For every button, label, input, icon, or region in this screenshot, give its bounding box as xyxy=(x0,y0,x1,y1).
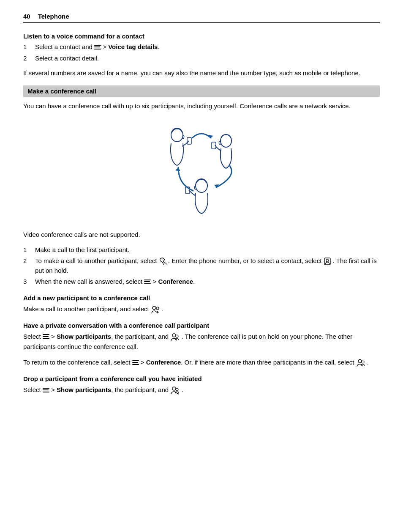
private-icon-2 xyxy=(356,358,365,367)
conf-step-3-content: When the new call is answered, select > … xyxy=(35,277,380,287)
conf-step-1-content: Make a call to the first participant. xyxy=(35,245,380,255)
svg-point-15 xyxy=(172,334,176,337)
private-icon xyxy=(170,332,180,342)
svg-point-20 xyxy=(176,388,178,391)
svg-point-12 xyxy=(156,307,159,310)
menu-icon-2 xyxy=(144,280,151,284)
step-2-content: Select a contact detail. xyxy=(35,54,380,63)
svg-rect-1 xyxy=(187,137,191,144)
svg-marker-8 xyxy=(175,167,180,171)
voice-step-1: 1 Select a contact and > Voice tag detai… xyxy=(23,42,380,52)
voice-step-2: 2 Select a contact detail. xyxy=(23,54,380,63)
menu-icon-priv-1 xyxy=(43,334,49,339)
video-note: Video conference calls are not supported… xyxy=(23,230,380,239)
drop-icon xyxy=(170,386,180,395)
page-header: 40 Telephone xyxy=(23,13,380,23)
private-conversation-heading: Have a private conversation with a confe… xyxy=(23,322,380,329)
private-para-1: Select > Show participants, the particip… xyxy=(23,332,380,351)
conference-illustration xyxy=(147,119,256,220)
drop-participant-heading: Drop a participant from a conference cal… xyxy=(23,375,380,382)
page: 40 Telephone Listen to a voice command f… xyxy=(0,0,403,532)
conference-image xyxy=(23,119,380,220)
svg-point-18 xyxy=(362,361,364,363)
private-conversation-section: Have a private conversation with a confe… xyxy=(23,322,380,367)
conference-section: Make a conference call You can have a co… xyxy=(23,85,380,287)
add-conf-icon xyxy=(151,305,160,314)
conf-step-2-content: To make a call to another participant, s… xyxy=(35,256,380,275)
svg-point-16 xyxy=(176,335,178,337)
conf-step-2: 2 To make a call to another participant,… xyxy=(23,256,380,275)
conf-num-2: 2 xyxy=(23,256,35,275)
private-para-2: To return to the conference call, select… xyxy=(23,357,380,367)
svg-point-11 xyxy=(152,306,156,310)
menu-icon-priv-2 xyxy=(132,360,139,365)
conf-step-1: 1 Make a call to the first participant. xyxy=(23,245,380,255)
voice-command-section: Listen to a voice command for a contact … xyxy=(23,33,380,78)
add-participant-heading: Add a new participant to a conference ca… xyxy=(23,294,380,302)
menu-icon-drop xyxy=(43,388,49,392)
voice-command-heading: Listen to a voice command for a contact xyxy=(23,33,380,40)
step-num-2: 2 xyxy=(23,54,35,63)
svg-point-19 xyxy=(172,387,176,390)
step-1-content: Select a contact and > Voice tag details… xyxy=(35,42,380,52)
svg-point-10 xyxy=(326,259,329,262)
conference-banner: Make a conference call xyxy=(23,85,380,97)
svg-point-17 xyxy=(358,359,362,363)
voice-note: If several numbers are saved for a name,… xyxy=(23,68,380,78)
conference-intro: You can have a conference call with up t… xyxy=(23,101,380,111)
add-participant-text: Make a call to another participant, and … xyxy=(23,304,380,314)
phone-add-icon xyxy=(159,258,166,265)
conf-step-3: 3 When the new call is answered, select … xyxy=(23,277,380,287)
conf-num-3: 3 xyxy=(23,277,35,287)
drop-participant-section: Drop a participant from a conference cal… xyxy=(23,375,380,395)
add-participant-section: Add a new participant to a conference ca… xyxy=(23,294,380,314)
contact-icon xyxy=(324,258,331,265)
drop-participant-text: Select > Show participants, the particip… xyxy=(23,385,380,395)
page-number: 40 xyxy=(23,13,30,20)
conf-num-1: 1 xyxy=(23,245,35,255)
voice-command-steps: 1 Select a contact and > Voice tag detai… xyxy=(23,42,380,63)
menu-icon-1 xyxy=(94,45,101,49)
page-title: Telephone xyxy=(38,13,69,20)
conference-steps: 1 Make a call to the first participant. … xyxy=(23,245,380,287)
step-num-1: 1 xyxy=(23,42,35,52)
